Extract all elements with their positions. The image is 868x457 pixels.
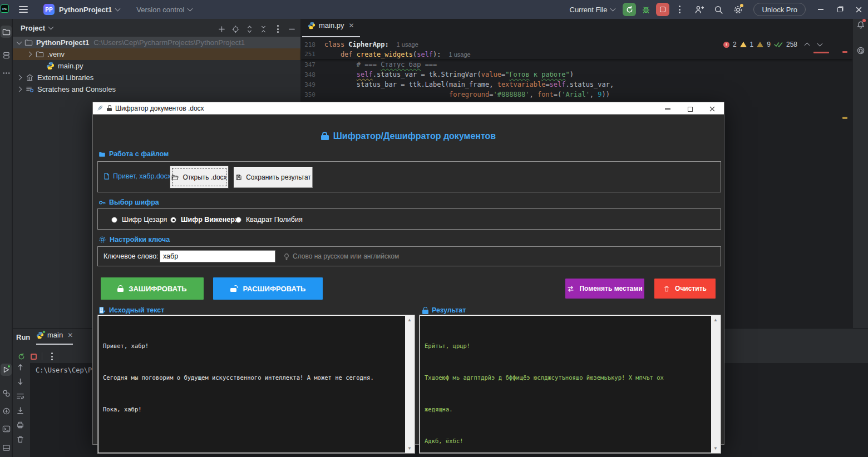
- source-textarea[interactable]: Привет, хабр! Сегодня мы поговорим о буд…: [98, 316, 405, 453]
- tree-row-main-py[interactable]: main.py: [13, 60, 300, 72]
- problems-tool-button[interactable]: [1, 441, 12, 454]
- pycharm-logo-icon: PC: [1, 4, 9, 13]
- project-options-button[interactable]: [273, 23, 282, 34]
- code-with-me-button[interactable]: [694, 5, 704, 14]
- scroll-down-arrow[interactable]: ▼: [405, 444, 414, 453]
- run-panel-title[interactable]: Run: [16, 333, 30, 341]
- result-textarea[interactable]: Ерйтът, црцр! Тхшоеюф мь адгптдрйэ д бфф…: [420, 316, 711, 453]
- lock-icon: [106, 105, 112, 112]
- terminal-tool-button[interactable]: [1, 423, 12, 435]
- code-viewport[interactable]: 218class CipherApp:1 usage 251def create…: [301, 39, 852, 100]
- text-line: Пока, хабр!: [103, 404, 401, 415]
- prev-problem-icon[interactable]: [805, 42, 810, 48]
- unlock-pro-button[interactable]: Unlock Pro: [753, 3, 806, 16]
- debug-button[interactable]: [639, 3, 653, 16]
- radio-vigenere[interactable]: Шифр Виженера: [170, 216, 239, 223]
- close-tab-icon[interactable]: ✕: [67, 331, 73, 339]
- running-indicator-dot: [42, 330, 46, 334]
- scroll-up-icon[interactable]: [16, 363, 24, 371]
- more-tool-windows-button[interactable]: [1, 67, 12, 79]
- locate-file-icon[interactable]: [231, 25, 240, 33]
- python-file-icon: [46, 62, 55, 70]
- tree-row-project-root[interactable]: PythonProject1 C:\Users\Cep\PycharmProje…: [13, 37, 300, 48]
- scroll-up-arrow[interactable]: ▲: [405, 316, 414, 324]
- ai-assistant-button[interactable]: [855, 44, 866, 57]
- radio-caesar[interactable]: Шифр Цезаря: [111, 216, 167, 223]
- project-tool-button[interactable]: [1, 26, 12, 38]
- rerun-icon: [625, 6, 634, 14]
- project-badge[interactable]: PP: [43, 4, 55, 15]
- packages-icon: [2, 389, 11, 398]
- app-minimize-button[interactable]: [657, 103, 679, 115]
- app-close-button[interactable]: [701, 103, 723, 115]
- run-tool-button[interactable]: [1, 364, 12, 376]
- project-selector[interactable]: PythonProject1: [59, 6, 112, 14]
- clear-button[interactable]: Очистить: [654, 279, 716, 299]
- encrypt-button[interactable]: ЗАШИФРОВАТЬ: [101, 277, 204, 300]
- python-console-tool-button[interactable]: [1, 405, 12, 417]
- run-config-selector[interactable]: Current File: [570, 6, 608, 14]
- vcs-selector[interactable]: Version control: [136, 6, 184, 14]
- tab-main-py[interactable]: main.py ✕: [302, 19, 360, 37]
- tree-row-venv[interactable]: .venv: [13, 48, 300, 60]
- window-restore-button[interactable]: [830, 0, 849, 19]
- next-problem-icon[interactable]: [817, 41, 823, 46]
- tree-row-external-libraries[interactable]: External Libraries: [13, 72, 300, 83]
- project-panel-title[interactable]: Project: [21, 24, 45, 32]
- structure-tool-button[interactable]: [1, 49, 12, 61]
- radio-icon: [235, 217, 241, 223]
- swap-button[interactable]: Поменять местами: [565, 279, 644, 299]
- scroll-to-end-icon[interactable]: [16, 406, 24, 415]
- save-result-button[interactable]: Сохранить результат: [234, 167, 313, 188]
- source-scrollbar[interactable]: ▲ ▼: [405, 316, 414, 453]
- scroll-down-icon[interactable]: [16, 377, 24, 386]
- main-menu-button[interactable]: [19, 6, 28, 13]
- key-input[interactable]: [160, 250, 275, 262]
- warning-stripe-mark[interactable]: [842, 117, 847, 119]
- bulb-icon: [284, 253, 289, 260]
- stop-button[interactable]: [656, 3, 669, 16]
- scroll-up-arrow[interactable]: ▲: [711, 316, 720, 324]
- more-actions-button[interactable]: [675, 4, 684, 15]
- window-minimize-button[interactable]: [811, 0, 830, 19]
- settings-button[interactable]: [733, 5, 743, 14]
- folder-icon: [36, 50, 44, 58]
- hide-panel-icon[interactable]: [288, 25, 296, 33]
- print-icon[interactable]: [16, 421, 24, 429]
- error-icon: !: [723, 42, 729, 48]
- inspections-widget[interactable]: ! 2 1 9 258: [723, 41, 822, 48]
- app-title-bar[interactable]: Шифратор документов .docx: [93, 102, 724, 115]
- console-options-button[interactable]: [47, 351, 56, 362]
- radio-polybius[interactable]: Квадрат Полибия: [235, 216, 303, 223]
- stop-icon[interactable]: [31, 354, 37, 360]
- clear-console-icon[interactable]: [16, 435, 24, 444]
- cipher-section-label: Выбор шифра: [98, 198, 159, 206]
- rerun-button[interactable]: [623, 3, 636, 16]
- notifications-button[interactable]: [855, 19, 866, 31]
- chevron-right-icon[interactable]: [17, 87, 22, 92]
- error-stripe-mark[interactable]: [842, 51, 847, 53]
- python-packages-tool-button[interactable]: [1, 387, 12, 399]
- rerun-icon[interactable]: [17, 352, 26, 361]
- weak-warning-count: 9: [767, 41, 771, 48]
- chevron-right-icon[interactable]: [27, 52, 32, 57]
- result-scrollbar[interactable]: ▲ ▼: [711, 316, 720, 453]
- tree-item-label: PythonProject1: [36, 38, 89, 47]
- tree-row-scratches[interactable]: Scratches and Consoles: [13, 83, 300, 95]
- collapse-all-icon[interactable]: [259, 25, 268, 33]
- scroll-down-arrow[interactable]: ▼: [711, 444, 720, 453]
- expand-all-icon[interactable]: [245, 25, 254, 33]
- new-file-icon[interactable]: [218, 25, 226, 33]
- chevron-right-icon[interactable]: [17, 75, 22, 81]
- ai-assistant-icon: [856, 46, 865, 55]
- tree-item-label: External Libraries: [37, 73, 93, 82]
- open-docx-button[interactable]: Открыть .docx: [170, 166, 229, 188]
- run-tab-main[interactable]: main ✕: [36, 331, 73, 345]
- app-maximize-button[interactable]: [679, 103, 701, 115]
- source-text-frame: Привет, хабр! Сегодня мы поговорим о буд…: [97, 315, 415, 454]
- close-tab-icon[interactable]: ✕: [349, 22, 354, 29]
- search-everywhere-button[interactable]: [714, 5, 723, 14]
- decrypt-button[interactable]: РАСШИФРОВАТЬ: [213, 277, 323, 300]
- window-close-button[interactable]: [849, 0, 868, 19]
- soft-wrap-icon[interactable]: [16, 392, 24, 400]
